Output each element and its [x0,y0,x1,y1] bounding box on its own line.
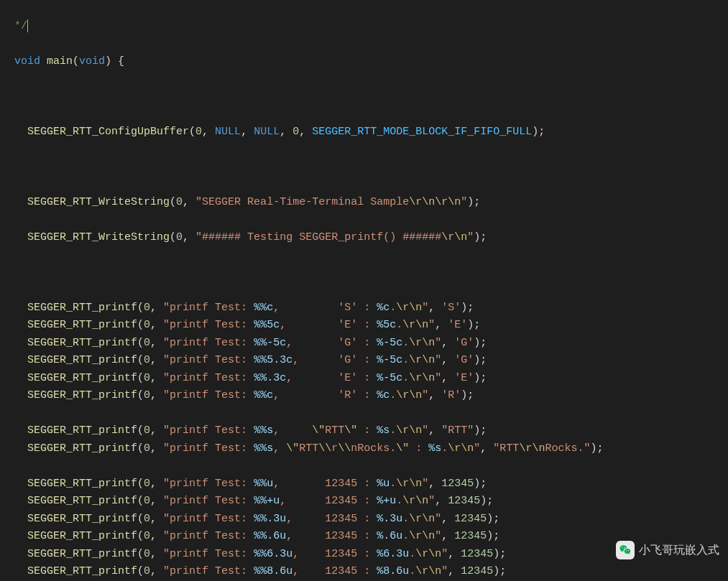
code-line: SEGGER_RTT_printf(0, "printf Test: %%8.6… [14,563,728,581]
code-line: SEGGER_RTT_printf(0, "printf Test: %%.3c… [14,370,728,388]
fn-call: SEGGER_RTT_printf [27,424,137,437]
fn-call: SEGGER_RTT_printf [27,442,137,455]
fn-call: SEGGER_RTT_printf [27,495,137,507]
text-cursor [27,19,28,32]
fn-call: SEGGER_RTT_printf [27,548,137,560]
fn-call: SEGGER_RTT_printf [27,337,137,349]
code-line: SEGGER_RTT_printf(0, "printf Test: %%c, … [14,387,728,405]
keyword-void: void [14,55,40,68]
code-line: SEGGER_RTT_printf(0, "printf Test: %%c, … [14,299,728,317]
code-line: SEGGER_RTT_printf(0, "printf Test: %%u, … [14,475,728,493]
wechat-icon [616,541,635,559]
blank-line [14,88,728,106]
fn-call: SEGGER_RTT_printf [27,530,137,542]
fn-call: SEGGER_RTT_WriteString [27,231,170,243]
code-line: SEGGER_RTT_printf(0, "printf Test: %%+u,… [14,493,728,511]
fn-call: SEGGER_RTT_printf [27,389,137,401]
code-line: SEGGER_RTT_printf(0, "printf Test: %%-5c… [14,335,728,353]
code-line: void main(void) { [14,53,728,71]
fn-call: SEGGER_RTT_printf [27,354,137,366]
comment-close: */ [14,20,27,32]
code-line: SEGGER_RTT_ConfigUpBuffer(0, NULL, NULL,… [14,124,728,141]
code-line: SEGGER_RTT_WriteString(0, "SEGGER Real-T… [14,194,728,212]
code-line: SEGGER_RTT_printf(0, "printf Test: %%s, … [14,422,728,440]
fn-call: SEGGER_RTT_printf [27,478,137,490]
fn-call: SEGGER_RTT_ConfigUpBuffer [27,126,189,138]
blank-line [14,264,728,282]
watermark-text: 小飞哥玩嵌入式 [639,542,719,559]
fn-call: SEGGER_RTT_printf [27,513,137,525]
code-line: SEGGER_RTT_printf(0, "printf Test: %%s, … [14,440,728,458]
blank-line [14,405,728,423]
code-line: SEGGER_RTT_printf(0, "printf Test: %%5.3… [14,352,728,370]
code-editor[interactable]: */ void main(void) { SEGGER_RTT_ConfigUp… [0,0,728,581]
macro-const: SEGGER_RTT_MODE_BLOCK_IF_FIFO_FULL [312,126,532,138]
fn-call: SEGGER_RTT_printf [27,372,137,384]
fn-main: main [47,55,73,68]
blank-line [14,457,728,475]
fn-call: SEGGER_RTT_printf [27,565,137,577]
code-line: SEGGER_RTT_WriteString(0, "###### Testin… [14,229,728,247]
fn-call: SEGGER_RTT_printf [27,302,137,314]
code-rows: SEGGER_RTT_printf(0, "printf Test: %%c, … [14,299,728,582]
keyword-void: void [79,55,105,68]
blank-line [14,159,728,177]
code-line: SEGGER_RTT_printf(0, "printf Test: %%.3u… [14,511,728,529]
code-line: */ [14,18,728,36]
fn-call: SEGGER_RTT_printf [27,319,137,331]
fn-call: SEGGER_RTT_WriteString [27,196,170,208]
code-line: SEGGER_RTT_printf(0, "printf Test: %%5c,… [14,317,728,335]
watermark: 小飞哥玩嵌入式 [616,541,719,559]
